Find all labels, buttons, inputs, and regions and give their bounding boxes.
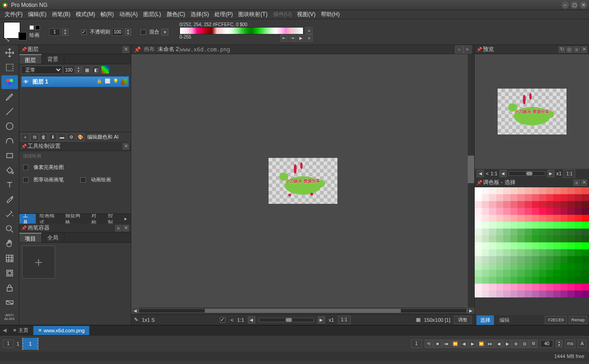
- palette-cell[interactable]: [503, 277, 510, 284]
- palette-cell[interactable]: [567, 291, 575, 297]
- ramp-nav-left-icon[interactable]: ⇤: [280, 34, 288, 42]
- palette-cell[interactable]: [475, 284, 482, 291]
- zoom-slider[interactable]: [259, 318, 314, 322]
- palette-cell[interactable]: [546, 194, 554, 201]
- palette-cell[interactable]: [525, 215, 532, 222]
- frame-del-icon[interactable]: ⊟: [521, 340, 529, 348]
- palette-cell[interactable]: [546, 242, 554, 249]
- canvas-viewport[interactable]: 小刀娱乐 资源分享: [131, 54, 474, 308]
- ramp-nav-icon[interactable]: ⇥: [289, 34, 296, 42]
- palette-cell[interactable]: [525, 229, 532, 235]
- palette-cell[interactable]: [539, 194, 546, 201]
- palette-cell[interactable]: [546, 229, 554, 235]
- palette-cell[interactable]: [532, 277, 539, 284]
- color-ramp[interactable]: [180, 27, 303, 34]
- palette-cell[interactable]: [546, 256, 554, 263]
- palette-cell[interactable]: [517, 194, 525, 201]
- tool-gradient-icon[interactable]: [1, 296, 18, 309]
- palette-cell[interactable]: [482, 215, 489, 222]
- palette-cell[interactable]: [517, 187, 525, 194]
- palette-cell[interactable]: [510, 291, 518, 297]
- palette-cell[interactable]: [561, 270, 568, 277]
- palette-cell[interactable]: [496, 277, 504, 284]
- blend-menu-icon[interactable]: ▾: [161, 28, 168, 36]
- ramp-play-icon[interactable]: ▶: [297, 34, 304, 42]
- doctab-home-close-icon[interactable]: ✕: [13, 328, 17, 333]
- palette-cell[interactable]: [539, 277, 546, 284]
- minimize-button[interactable]: –: [561, 1, 569, 9]
- tab-layers[interactable]: 图层: [19, 54, 42, 64]
- palette-cell[interactable]: [561, 291, 568, 297]
- pal-hex-button[interactable]: F2ECE9: [545, 316, 567, 324]
- palette-cell[interactable]: [489, 291, 496, 297]
- palette-cell[interactable]: [582, 208, 589, 215]
- palette-cell[interactable]: [482, 194, 489, 201]
- palette-cell[interactable]: [475, 256, 482, 263]
- palette-cell[interactable]: [575, 256, 582, 263]
- background-swatch[interactable]: [18, 32, 27, 40]
- menu-layer[interactable]: 图层(L): [140, 11, 164, 18]
- palette-cell[interactable]: [503, 242, 510, 249]
- palette-cell[interactable]: [496, 242, 504, 249]
- brush-size-spinner[interactable]: ▲▼: [62, 28, 68, 36]
- palette-cell[interactable]: [532, 270, 539, 277]
- palette-cell[interactable]: [475, 201, 482, 208]
- preview-close-icon[interactable]: ✕: [581, 46, 587, 53]
- palette-cell[interactable]: [561, 215, 568, 222]
- palette-cell[interactable]: [561, 277, 568, 284]
- palette-cell[interactable]: [475, 291, 482, 297]
- palette-cell[interactable]: [510, 263, 518, 270]
- palette-cell[interactable]: [567, 263, 575, 270]
- palette-cell[interactable]: [525, 263, 532, 270]
- palette-cell[interactable]: [503, 222, 510, 229]
- palette-cell[interactable]: [503, 256, 510, 263]
- mini-swatch-white[interactable]: [29, 25, 34, 30]
- palette-cell[interactable]: [575, 222, 582, 229]
- panel-close-icon[interactable]: ✕: [123, 46, 129, 53]
- palette-cell[interactable]: [496, 263, 504, 270]
- palette-cell[interactable]: [553, 263, 561, 270]
- tool-colorpicker-icon[interactable]: [1, 75, 18, 89]
- palette-cell[interactable]: [561, 256, 568, 263]
- palette-cell[interactable]: [496, 194, 504, 201]
- ts-tab-more-icon[interactable]: ▸: [121, 214, 131, 223]
- palette-cell[interactable]: [496, 208, 504, 215]
- palette-cell[interactable]: [525, 222, 532, 229]
- layer-lock-icon[interactable]: 🔒: [96, 78, 103, 85]
- palette-cell[interactable]: [510, 201, 518, 208]
- tool-text-icon[interactable]: [1, 178, 18, 192]
- prev-zoom-slider[interactable]: [509, 171, 545, 176]
- palette-cell[interactable]: [475, 208, 482, 215]
- palette-cell[interactable]: [532, 263, 539, 270]
- tool-rect-select-icon[interactable]: [1, 61, 18, 74]
- panel-close-icon[interactable]: ✕: [123, 225, 129, 231]
- layer-opacity-spinner[interactable]: ▲▼: [75, 66, 82, 73]
- palette-cell[interactable]: [582, 194, 589, 201]
- pal-tab-edit[interactable]: 编辑: [496, 315, 513, 325]
- palette-cell[interactable]: [532, 256, 539, 263]
- palette-cell[interactable]: [575, 277, 582, 284]
- play-first-icon[interactable]: ⏮: [442, 340, 450, 348]
- palette-cell[interactable]: [517, 215, 525, 222]
- palette-close-icon[interactable]: ✕: [581, 179, 587, 186]
- palette-cell[interactable]: [482, 242, 489, 249]
- palette-cell[interactable]: [475, 215, 482, 222]
- palette-cell[interactable]: [517, 229, 525, 235]
- tool-curve-icon[interactable]: [1, 134, 18, 148]
- zoom-in-icon[interactable]: ▶: [318, 316, 325, 324]
- palette-cell[interactable]: [517, 249, 525, 256]
- menu-file[interactable]: 文件(F): [2, 11, 25, 18]
- palette-cell[interactable]: [489, 201, 496, 208]
- brush-size-input[interactable]: [49, 28, 60, 36]
- layer-opt-rgb-icon[interactable]: [101, 66, 109, 74]
- palette-cell[interactable]: [553, 208, 561, 215]
- palette-cell[interactable]: [567, 229, 575, 235]
- palette-cell[interactable]: [532, 229, 539, 235]
- palette-cell[interactable]: [582, 249, 589, 256]
- palette-cell[interactable]: [546, 277, 554, 284]
- palette-cell[interactable]: [517, 263, 525, 270]
- palette-cell[interactable]: [525, 235, 532, 242]
- palette-cell[interactable]: [567, 194, 575, 201]
- palette-cell[interactable]: [525, 270, 532, 277]
- layer-dup-icon[interactable]: ⧉: [30, 133, 39, 141]
